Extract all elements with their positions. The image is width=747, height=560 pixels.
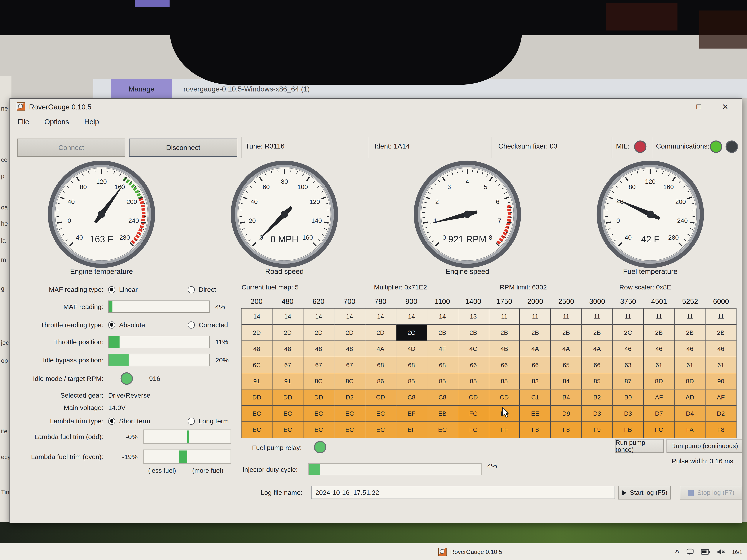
- fuel-map-cell[interactable]: 4C: [458, 341, 489, 357]
- fuel-map-cell[interactable]: 66: [489, 357, 520, 373]
- fuel-map-cell[interactable]: 11: [644, 309, 674, 325]
- fuel-map-cell[interactable]: 85: [396, 373, 427, 390]
- fuel-map-cell[interactable]: 2D: [304, 325, 334, 341]
- fuel-map-cell[interactable]: EC: [273, 406, 304, 422]
- fuel-map-cell[interactable]: 68: [396, 357, 427, 373]
- fuel-map-cell[interactable]: 66: [520, 357, 551, 373]
- connect-button[interactable]: Connect: [17, 138, 125, 157]
- fuel-map-cell[interactable]: 2B: [644, 325, 674, 341]
- fuel-map-cell[interactable]: 4F: [427, 341, 458, 357]
- fuel-map-cell[interactable]: 2C: [613, 325, 644, 341]
- fuel-map-cell[interactable]: EC: [427, 422, 458, 438]
- fuel-map-cell[interactable]: 46: [613, 341, 644, 357]
- fuel-map-cell[interactable]: 8D: [644, 373, 674, 390]
- fuel-map-cell[interactable]: CD: [365, 390, 396, 405]
- fuel-map-cell[interactable]: 48: [304, 341, 334, 357]
- lambda-long-term-radio[interactable]: [188, 418, 195, 425]
- fuel-map-cell[interactable]: EF: [396, 422, 427, 438]
- fuel-map-cell[interactable]: 2D: [334, 325, 365, 341]
- fuel-map-cell[interactable]: 2D: [365, 325, 396, 341]
- fuel-map-cell[interactable]: 11: [489, 309, 520, 325]
- fuel-map-cell[interactable]: DD: [241, 390, 273, 405]
- fuel-map-cell[interactable]: 67: [334, 357, 365, 373]
- fuel-map-cell[interactable]: 2B: [551, 325, 582, 341]
- disconnect-button[interactable]: Disconnect: [129, 138, 237, 157]
- fuel-map-cell[interactable]: EC: [241, 406, 273, 422]
- run-pump-continuous-button[interactable]: Run pump (continuous): [666, 439, 743, 453]
- fuel-map-cell[interactable]: 85: [489, 373, 520, 390]
- fuel-map-cell[interactable]: 14: [334, 309, 365, 325]
- fuel-map-cell[interactable]: C8: [427, 390, 458, 405]
- fuel-map-cell[interactable]: F8: [520, 422, 551, 438]
- fuel-map-cell[interactable]: F8: [705, 422, 737, 438]
- lambda-short-term-radio[interactable]: [108, 418, 115, 425]
- volume-muted-icon[interactable]: [717, 549, 725, 555]
- fuel-map-cell[interactable]: 68: [427, 357, 458, 373]
- fuel-map-cell[interactable]: CD: [489, 390, 520, 405]
- fuel-map-cell[interactable]: 65: [551, 357, 582, 373]
- fuel-map-cell[interactable]: 91: [273, 373, 304, 390]
- fuel-map-cell[interactable]: 2D: [273, 325, 304, 341]
- fuel-map-cell[interactable]: 8C: [334, 373, 365, 390]
- fuel-map-cell[interactable]: F8: [551, 422, 582, 438]
- fuel-map-cell[interactable]: C1: [520, 390, 551, 405]
- fuel-map-cell[interactable]: 8C: [304, 373, 334, 390]
- maf-direct-radio[interactable]: [188, 286, 195, 293]
- fuel-map-cell[interactable]: 14: [273, 309, 304, 325]
- fuel-map-cell[interactable]: 11: [551, 309, 582, 325]
- fuel-map-cell[interactable]: 66: [582, 357, 613, 373]
- fuel-map-cell[interactable]: 4A: [551, 341, 582, 357]
- fuel-map-cell[interactable]: DD: [273, 390, 304, 405]
- fuel-map-cell[interactable]: 83: [520, 373, 551, 390]
- fuel-map-cell[interactable]: 2B: [674, 325, 705, 341]
- fuel-map-cell[interactable]: D3: [582, 406, 613, 422]
- fuel-map-cell[interactable]: 2B: [582, 325, 613, 341]
- fuel-map-cell[interactable]: 67: [304, 357, 334, 373]
- log-file-name-input[interactable]: 2024-10-16_17.51.22: [311, 486, 615, 499]
- close-button[interactable]: ✕: [722, 102, 728, 111]
- fuel-map-cell[interactable]: FC: [644, 422, 674, 438]
- fuel-map-cell[interactable]: 61: [705, 357, 737, 373]
- fuel-map-cell[interactable]: D3: [613, 406, 644, 422]
- fuel-map-cell[interactable]: 2B: [520, 325, 551, 341]
- fuel-map-cell[interactable]: 61: [674, 357, 705, 373]
- fuel-map-cell[interactable]: 14: [304, 309, 334, 325]
- fuel-map-cell[interactable]: B2: [582, 390, 613, 405]
- fuel-map-cell[interactable]: 11: [674, 309, 705, 325]
- fuel-map-cell[interactable]: 84: [551, 373, 582, 390]
- fuel-map-cell[interactable]: EC: [273, 422, 304, 438]
- fuel-map-cell[interactable]: 2B: [458, 325, 489, 341]
- fuel-map-cell[interactable]: EC: [304, 406, 334, 422]
- menu-options[interactable]: Options: [45, 117, 69, 126]
- fuel-map-cell[interactable]: EC: [304, 422, 334, 438]
- throttle-absolute-radio[interactable]: [108, 321, 115, 328]
- fuel-map-cell[interactable]: B0: [613, 390, 644, 405]
- fuel-map-cell[interactable]: 85: [427, 373, 458, 390]
- fuel-map-cell[interactable]: 11: [582, 309, 613, 325]
- minimize-button[interactable]: –: [671, 102, 675, 111]
- menu-help[interactable]: Help: [84, 117, 99, 126]
- fuel-map-cell[interactable]: 2C: [396, 325, 427, 341]
- fuel-map-cell[interactable]: 2D: [241, 325, 273, 341]
- fuel-map-cell[interactable]: D4: [674, 406, 705, 422]
- fuel-map-cell[interactable]: 46: [674, 341, 705, 357]
- fuel-map-cell[interactable]: AF: [705, 390, 737, 405]
- fuel-map-cell[interactable]: 2B: [489, 325, 520, 341]
- fuel-map-cell[interactable]: 8D: [674, 373, 705, 390]
- fuel-map-cell[interactable]: FA: [674, 422, 705, 438]
- battery-icon[interactable]: [700, 549, 710, 555]
- run-pump-once-button[interactable]: Run pump (once): [615, 439, 664, 453]
- fuel-map-cell[interactable]: 67: [273, 357, 304, 373]
- fuel-map-cell[interactable]: EF: [396, 406, 427, 422]
- fuel-map-cell[interactable]: 90: [705, 373, 737, 390]
- fuel-map-table[interactable]: 2004806207007809001100140017502000250030…: [241, 294, 737, 438]
- fuel-map-cell[interactable]: 85: [458, 373, 489, 390]
- fuel-map-cell[interactable]: 4A: [365, 341, 396, 357]
- cast-display-icon[interactable]: [686, 549, 694, 555]
- fuel-map-cell[interactable]: AF: [644, 390, 674, 405]
- fuel-map-cell[interactable]: D2: [705, 406, 737, 422]
- fuel-map-cell[interactable]: EC: [334, 422, 365, 438]
- fuel-map-cell[interactable]: 14: [365, 309, 396, 325]
- maximize-button[interactable]: □: [696, 102, 701, 111]
- fuel-map-cell[interactable]: 63: [613, 357, 644, 373]
